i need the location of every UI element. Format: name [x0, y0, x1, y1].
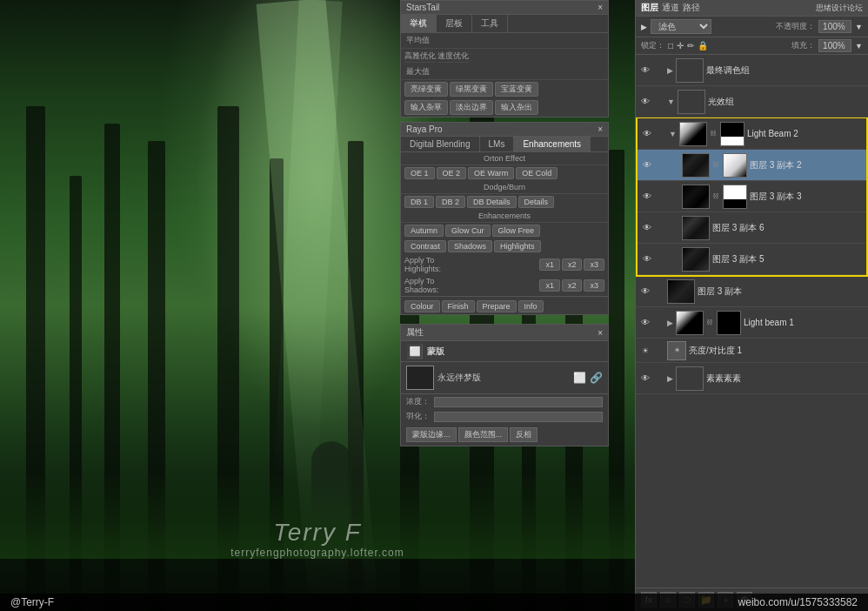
oe1-btn[interactable]: OE 1 — [404, 167, 435, 179]
starstail-section2b: 速度优化 — [437, 50, 469, 63]
properties-subtitle-row: 🔲 蒙版 — [401, 341, 608, 362]
sh-x2-btn[interactable]: x2 — [562, 279, 583, 292]
sh-x1-btn[interactable]: x1 — [539, 279, 560, 292]
layers-panel: 图层 通道 路径 思绪设计论坛 ▶ 滤色 正常 叠加 柔光 不透明度： 100%… — [635, 0, 868, 611]
layer-lightbeam1[interactable]: 👁 ▶ ⛓ Light beam 1 — [636, 307, 868, 339]
info-btn[interactable]: Info — [518, 300, 544, 312]
blending-mode-select[interactable]: 滤色 正常 叠加 柔光 — [651, 19, 711, 34]
arrow-light[interactable]: ▼ — [667, 97, 675, 106]
hl-x2-btn[interactable]: x2 — [562, 258, 583, 271]
starstail-btn-5[interactable]: 淡出边界 — [450, 100, 493, 115]
mask-icon: 🔲 — [406, 343, 424, 359]
properties-close[interactable]: × — [598, 328, 603, 338]
eye-c3[interactable]: 👁 — [641, 191, 653, 201]
arrow-final[interactable]: ▶ — [667, 66, 673, 75]
rayapro-tab-enh[interactable]: Enhancements — [514, 137, 591, 151]
yellow-outline-group: 👁 ▼ ⛓ Light Beam 2 👁 ⛓ 图层 3 副本 2 — [638, 118, 866, 275]
lock-icon[interactable]: □ — [668, 41, 673, 50]
layer-copy[interactable]: 👁 图层 3 副本 — [636, 276, 868, 307]
prepare-btn[interactable]: Prepare — [477, 300, 517, 312]
arrow-lb2[interactable]: ▼ — [669, 130, 677, 138]
arrow-source[interactable]: ▶ — [667, 374, 673, 383]
mask-edge-btn[interactable]: 蒙版边缘... — [406, 427, 457, 442]
eye-c6[interactable]: 👁 — [641, 223, 653, 232]
move-icon[interactable]: ✛ — [677, 41, 684, 50]
layer-group-final[interactable]: 👁 ▶ 最终调色组 — [636, 55, 868, 86]
eye-source[interactable]: 👁 — [639, 373, 651, 383]
eye-final[interactable]: 👁 — [639, 65, 651, 75]
name-c6: 图层 3 副本 6 — [712, 222, 863, 234]
eye-light[interactable]: 👁 — [639, 97, 651, 106]
orton-btns: OE 1 OE 2 OE Warm OE Cold — [401, 165, 608, 181]
starstail-btn-4[interactable]: 输入杂草 — [404, 100, 448, 115]
glow-cur-btn[interactable]: Glow Cur — [445, 225, 491, 237]
starstail-btn-3[interactable]: 宝蓝变黄 — [495, 82, 538, 97]
db1-btn[interactable]: DB 1 — [404, 196, 434, 208]
layer-copy6[interactable]: 👁 图层 3 副本 6 — [638, 212, 866, 244]
starstail-tab-3[interactable]: 工具 — [472, 15, 508, 32]
layers-tab-layers[interactable]: 图层 — [641, 2, 658, 14]
hl-x1-btn[interactable]: x1 — [539, 258, 560, 271]
layer-copy2[interactable]: 👁 ⛓ 图层 3 副本 2 — [638, 150, 866, 181]
starstail-panel: StarsTail × 举棋 层板 工具 平均值 高雅优化 速度优化 最大值 亮… — [400, 0, 609, 118]
name-lb1: Light beam 1 — [744, 318, 865, 327]
apply-highlights-label: Apply ToHighlights: — [404, 256, 537, 273]
rayapro-close[interactable]: × — [598, 124, 603, 134]
eye-c5[interactable]: 👁 — [641, 254, 653, 264]
color-range-btn[interactable]: 颜色范围... — [458, 427, 509, 442]
starstail-btn-2[interactable]: 绿黑变黄 — [450, 82, 493, 97]
dodge-label: Dodge/Burn — [401, 181, 608, 194]
starstail-tab-2[interactable]: 层板 — [437, 15, 472, 32]
contrast-btn[interactable]: Contrast — [404, 240, 446, 252]
arrow-lb1[interactable]: ▶ — [667, 319, 673, 327]
hl-x3-btn[interactable]: x3 — [584, 258, 604, 271]
layers-tab-channels[interactable]: 通道 — [662, 2, 679, 14]
thumb-copy — [667, 279, 695, 304]
starstail-btn-1[interactable]: 亮绿变黄 — [404, 82, 448, 97]
layer-lightbeam2[interactable]: 👁 ▼ ⛓ Light Beam 2 — [638, 118, 866, 150]
shadows-btn[interactable]: Shadows — [448, 240, 492, 252]
oe2-btn[interactable]: OE 2 — [437, 167, 467, 179]
eye-bright[interactable]: ☀ — [639, 346, 651, 355]
details-btn[interactable]: Details — [518, 196, 555, 208]
layer-copy3[interactable]: 👁 ⛓ 图层 3 副本 3 — [638, 181, 866, 212]
mode-row: ▶ 滤色 正常 叠加 柔光 不透明度： 100% ▼ — [636, 17, 868, 37]
layer-brightness[interactable]: ☀ ☀ 亮度/对比度 1 — [636, 339, 868, 363]
sh-x3-btn[interactable]: x3 — [584, 279, 604, 292]
starstail-title: StarsTail — [406, 3, 439, 12]
db2-btn[interactable]: DB 2 — [436, 196, 465, 208]
feather-input[interactable] — [434, 412, 603, 422]
weibo-url: weibo.com/u/1575333582 — [738, 596, 858, 608]
layer-source[interactable]: 👁 ▶ 素素素素 — [636, 363, 868, 394]
starstail-tab-1[interactable]: 举棋 — [401, 15, 437, 32]
name-c5: 图层 3 副本 5 — [712, 253, 863, 265]
starstail-close[interactable]: × — [598, 3, 603, 12]
db-details-btn[interactable]: DB Details — [467, 196, 517, 208]
prop-layer-name: 永远伴梦版 — [437, 372, 570, 384]
eye-lb2[interactable]: 👁 — [641, 129, 653, 138]
colour-btn[interactable]: Colour — [404, 300, 440, 312]
starstail-row3: 亮绿变黄 绿黑变黄 宝蓝变黄 — [401, 80, 608, 98]
starstail-btn-6[interactable]: 输入杂出 — [495, 100, 538, 115]
layer-group-light[interactable]: 👁 ▼ 光效组 — [636, 86, 868, 118]
oe-cold-btn[interactable]: OE Cold — [516, 167, 558, 179]
eye-lb1[interactable]: 👁 — [639, 318, 651, 327]
invert-btn[interactable]: 反相 — [510, 427, 537, 442]
highlights-btn[interactable]: Highlights — [494, 240, 541, 252]
density-input[interactable] — [434, 397, 603, 407]
brush-icon[interactable]: ✏ — [687, 41, 694, 50]
fill-value: 100% — [818, 39, 851, 52]
feather-label: 羽化： — [406, 411, 431, 422]
rayapro-tab-digital[interactable]: Digital Blending — [401, 137, 480, 151]
starstail-tabs: 举棋 层板 工具 — [401, 15, 608, 33]
glow-free-btn[interactable]: Glow Free — [492, 225, 541, 237]
padlock-icon[interactable]: 🔒 — [698, 41, 708, 50]
oe-warm-btn[interactable]: OE Warm — [468, 167, 514, 179]
layer-copy5[interactable]: 👁 图层 3 副本 5 — [638, 244, 866, 275]
finish-btn[interactable]: Finish — [442, 300, 475, 312]
layers-tab-paths[interactable]: 路径 — [683, 2, 700, 14]
autumn-btn[interactable]: Autumn — [404, 225, 444, 237]
rayapro-tab-lms[interactable]: LMs — [480, 137, 515, 151]
eye-c2[interactable]: 👁 — [641, 160, 653, 170]
eye-copy[interactable]: 👁 — [639, 286, 651, 296]
